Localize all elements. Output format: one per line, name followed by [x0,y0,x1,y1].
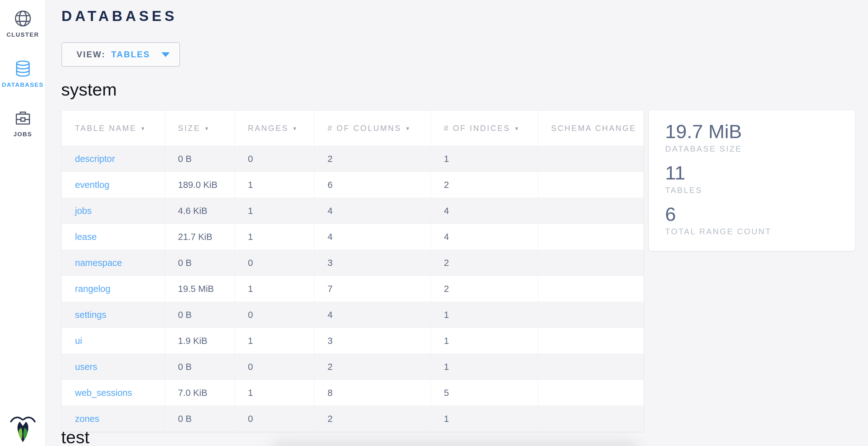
globe-icon [14,9,32,28]
sidebar-item-label: CLUSTER [7,31,39,38]
table-link-settings[interactable]: settings [75,310,106,320]
columns-cell: 2 [314,146,431,172]
table-link-descriptor[interactable]: descriptor [75,154,115,164]
sort-arrow-icon: ▼ [514,126,519,132]
ranges-cell: 0 [235,406,314,432]
table-row: jobs 4.6 KiB 1 4 4 [62,198,644,224]
columns-cell: 3 [314,328,431,354]
database-summary-card: 19.7 MiB DATABASE SIZE 11 TABLES 6 TOTAL… [649,110,856,251]
databases-page: CLUSTER DATABASES [0,0,868,446]
briefcase-icon [14,109,32,127]
stat-value: 6 [665,204,855,224]
column-header-ranges[interactable]: RANGES▼ [235,110,314,146]
table-link-zones[interactable]: zones [75,414,99,424]
column-header-columns[interactable]: # OF COLUMNS▼ [314,110,431,146]
sidebar: CLUSTER DATABASES [0,0,46,446]
ranges-cell: 1 [235,380,314,406]
system-tables-table: TABLE NAME▼ SIZE▼ RANGES▼ # OF COLUMNS▼ … [62,110,644,432]
sort-arrow-icon: ▼ [292,126,297,132]
schema-change-cell [538,328,644,354]
size-cell: 7.0 KiB [165,380,235,406]
table-link-eventlog[interactable]: eventlog [75,180,110,190]
stat-value: 11 [665,163,855,183]
size-cell: 4.6 KiB [165,198,235,224]
table-link-lease[interactable]: lease [75,232,97,242]
column-header-table-name[interactable]: TABLE NAME▼ [62,110,165,146]
sidebar-item-label: JOBS [13,131,32,138]
schema-change-cell [538,406,644,432]
stat-value: 19.7 MiB [665,121,855,142]
view-dropdown-label: VIEW: [76,50,106,60]
view-dropdown-value: TABLES [111,50,150,60]
stat-label: TOTAL RANGE COUNT [665,227,855,237]
stat-tables: 11 TABLES [665,163,855,195]
table-link-ui[interactable]: ui [75,336,82,346]
column-header-indices[interactable]: # OF INDICES▼ [431,110,538,146]
ranges-cell: 1 [235,198,314,224]
sidebar-item-databases[interactable]: DATABASES [0,60,45,88]
database-name-system: system [61,81,117,98]
table-row: rangelog 19.5 MiB 1 7 2 [62,276,644,302]
columns-cell: 8 [314,380,431,406]
table-row: namespace 0 B 0 3 2 [62,250,644,276]
indices-cell: 2 [431,250,538,276]
view-dropdown[interactable]: VIEW: TABLES [61,42,180,67]
table-row: settings 0 B 0 4 1 [62,302,644,328]
column-header-size[interactable]: SIZE▼ [165,110,235,146]
indices-cell: 1 [431,354,538,380]
columns-cell: 4 [314,224,431,250]
sidebar-item-label: DATABASES [2,81,43,88]
schema-change-cell [538,146,644,172]
sort-arrow-icon: ▼ [405,126,410,132]
schema-change-cell [538,276,644,302]
stat-total-range-count: 6 TOTAL RANGE COUNT [665,204,855,237]
schema-change-cell [538,172,644,198]
cockroachdb-logo-icon [7,413,38,444]
size-cell: 0 B [165,406,235,432]
sidebar-item-cluster[interactable]: CLUSTER [0,9,45,38]
indices-cell: 1 [431,406,538,432]
columns-cell: 4 [314,302,431,328]
indices-cell: 1 [431,146,538,172]
table-row: descriptor 0 B 0 2 1 [62,146,644,172]
indices-cell: 1 [431,302,538,328]
indices-cell: 4 [431,224,538,250]
size-cell: 21.7 KiB [165,224,235,250]
column-header-schema-change: SCHEMA CHANGE [538,110,644,146]
size-cell: 1.9 KiB [165,328,235,354]
table-link-rangelog[interactable]: rangelog [75,284,111,294]
columns-cell: 3 [314,250,431,276]
table-row: eventlog 189.0 KiB 1 6 2 [62,172,644,198]
ranges-cell: 1 [235,172,314,198]
table-link-users[interactable]: users [75,362,97,372]
size-cell: 0 B [165,146,235,172]
chevron-down-icon [161,52,169,57]
table-link-web-sessions[interactable]: web_sessions [75,388,132,398]
columns-cell: 2 [314,354,431,380]
size-cell: 0 B [165,354,235,380]
table-row: zones 0 B 0 2 1 [62,406,644,432]
ranges-cell: 1 [235,328,314,354]
schema-change-cell [538,302,644,328]
indices-cell: 1 [431,328,538,354]
table-link-jobs[interactable]: jobs [75,206,92,216]
database-icon [14,60,32,78]
sort-arrow-icon: ▼ [141,126,146,132]
table-row: ui 1.9 KiB 1 3 1 [62,328,644,354]
table-row: users 0 B 0 2 1 [62,354,644,380]
ranges-cell: 1 [235,224,314,250]
table-row: web_sessions 7.0 KiB 1 8 5 [62,380,644,406]
stat-label: DATABASE SIZE [665,144,855,154]
stat-label: TABLES [665,185,855,195]
schema-change-cell [538,380,644,406]
ranges-cell: 0 [235,354,314,380]
schema-change-cell [538,198,644,224]
database-name-test: test [61,428,89,446]
table-link-namespace[interactable]: namespace [75,258,122,268]
schema-change-cell [538,250,644,276]
sidebar-item-jobs[interactable]: JOBS [0,109,45,138]
indices-cell: 2 [431,172,538,198]
table-row: lease 21.7 KiB 1 4 4 [62,224,644,250]
size-cell: 19.5 MiB [165,276,235,302]
size-cell: 0 B [165,250,235,276]
